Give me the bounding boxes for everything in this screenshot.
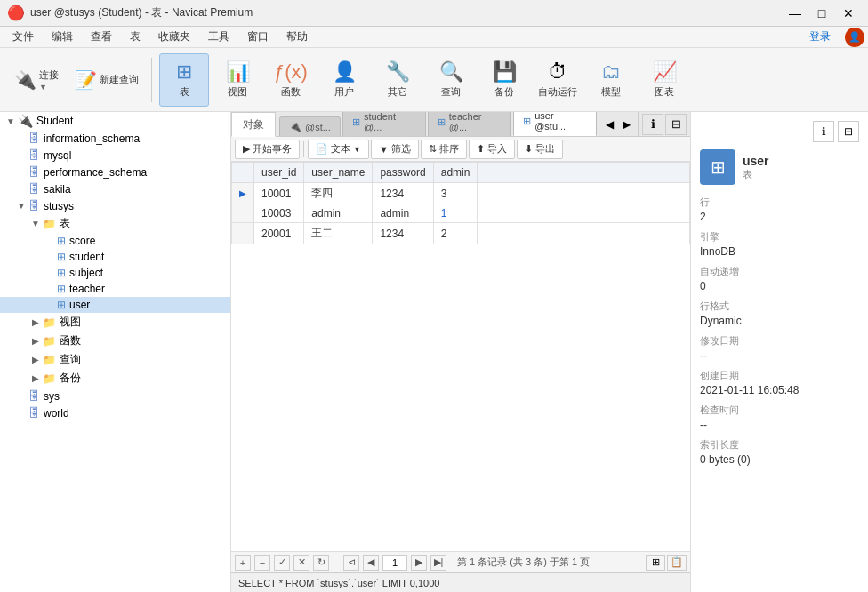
menu-window[interactable]: 窗口 <box>238 28 277 46</box>
function-tool-button[interactable]: ƒ(x) 函数 <box>266 53 316 107</box>
col-admin[interactable]: admin <box>433 163 478 183</box>
cell-password[interactable]: 1234 <box>373 183 433 204</box>
rows-label: 行 <box>700 196 859 209</box>
close-button[interactable]: ✕ <box>836 4 861 23</box>
sidebar-item-sys[interactable]: 🗄 sys <box>0 388 230 404</box>
refresh-button[interactable]: ↻ <box>313 555 329 571</box>
right-panel-info-btn[interactable]: ℹ <box>813 121 834 142</box>
cell-user-name[interactable]: 王二 <box>304 223 373 244</box>
sidebar-item-student[interactable]: ⊞ student <box>0 249 230 265</box>
sidebar-item-performance-schema[interactable]: 🗄 performance_schema <box>0 164 230 180</box>
cell-admin[interactable]: 1 <box>433 204 478 223</box>
add-row-button[interactable]: + <box>235 555 251 571</box>
page-next-button[interactable]: ▶ <box>411 555 427 571</box>
query-tool-button[interactable]: 🔍 查询 <box>426 53 476 107</box>
export-button[interactable]: ⬇ 导出 <box>517 140 563 159</box>
menu-edit[interactable]: 编辑 <box>43 28 82 46</box>
sidebar-item-stusys[interactable]: ▼ 🗄 stusys <box>0 197 230 214</box>
tab-st[interactable]: 🔌 @st... <box>279 116 341 136</box>
menu-tools[interactable]: 工具 <box>199 28 238 46</box>
sidebar-item-functions-folder[interactable]: ▶ 📁 函数 <box>0 332 230 350</box>
text-button[interactable]: 📄 文本 ▼ <box>308 140 369 159</box>
objects-tab[interactable]: 对象 <box>231 112 276 137</box>
begin-transaction-button[interactable]: ▶ 开始事务 <box>235 140 300 159</box>
cancel-button[interactable]: ✕ <box>293 555 309 571</box>
cell-user-name[interactable]: 李四 <box>304 183 373 204</box>
page-last-button[interactable]: ▶| <box>430 555 446 571</box>
cell-user-id[interactable]: 10001 <box>254 183 304 204</box>
other-tool-button[interactable]: 🔧 其它 <box>373 53 422 107</box>
col-user-name[interactable]: user_name <box>304 163 373 183</box>
tab-nav-right[interactable]: ▶ <box>619 116 634 132</box>
sidebar-item-tables-folder[interactable]: ▼ 📁 表 <box>0 214 230 233</box>
backup-tool-button[interactable]: 💾 备份 <box>479 53 529 107</box>
sidebar-item-world[interactable]: 🗄 world <box>0 404 230 421</box>
menu-favorites[interactable]: 收藏夹 <box>149 28 199 46</box>
tab-nav-left[interactable]: ◀ <box>602 116 617 132</box>
index-length-label: 索引长度 <box>700 438 859 452</box>
menu-view[interactable]: 查看 <box>82 28 121 46</box>
row-indicator: ▶ <box>232 183 254 204</box>
form-view-button[interactable]: 📋 <box>667 555 687 571</box>
sidebar-item-information-schema[interactable]: 🗄 information_schema <box>0 130 230 147</box>
sidebar-item-sakila[interactable]: 🗄 sakila <box>0 180 230 197</box>
view-tool-button[interactable]: 📊 视图 <box>213 53 262 107</box>
table-row[interactable]: 20001 王二 1234 2 <box>232 223 690 244</box>
cell-admin[interactable]: 3 <box>433 183 478 204</box>
cell-admin[interactable]: 2 <box>433 223 478 244</box>
autorun-tool-button[interactable]: ⏱ 自动运行 <box>533 53 583 107</box>
maximize-button[interactable]: □ <box>809 4 834 23</box>
db-label: information_schema <box>44 132 140 145</box>
folder-icon: 📁 <box>43 335 56 348</box>
modify-date-value: -- <box>700 349 859 362</box>
sidebar-item-user[interactable]: ⊞ user <box>0 297 230 313</box>
user-tool-button[interactable]: 👤 用户 <box>319 53 369 107</box>
menu-help[interactable]: 帮助 <box>277 28 317 46</box>
sidebar-item-backups-folder[interactable]: ▶ 📁 备份 <box>0 369 230 388</box>
page-first-button[interactable]: ⊲ <box>343 555 359 571</box>
menu-table[interactable]: 表 <box>121 28 149 46</box>
sidebar-item-subject[interactable]: ⊞ subject <box>0 265 230 281</box>
connect-button[interactable]: 🔌 连接 ▼ <box>7 53 64 107</box>
sidebar-item-views-folder[interactable]: ▶ 📁 视图 <box>0 313 230 332</box>
cell-password[interactable]: 1234 <box>373 223 433 244</box>
sql-text: SELECT * FROM `stusys`.`user` LIMIT 0,10… <box>238 578 683 588</box>
table-icon: ⊞ <box>176 60 192 84</box>
table-row[interactable]: 10003 admin admin 1 <box>232 204 690 223</box>
sidebar-item-queries-folder[interactable]: ▶ 📁 查询 <box>0 350 230 369</box>
grid-button[interactable]: ⊟ <box>665 114 687 135</box>
table-row[interactable]: ▶ 10001 李四 1234 3 <box>232 183 690 204</box>
page-prev-button[interactable]: ◀ <box>363 555 379 571</box>
login-button[interactable]: 登录 <box>799 28 841 46</box>
tab-teacher[interactable]: ⊞ teacher @... <box>428 112 511 136</box>
cell-user-name[interactable]: admin <box>304 204 373 223</box>
tab-student[interactable]: ⊞ student @... <box>342 112 426 136</box>
sort-button[interactable]: ⇅ 排序 <box>421 140 467 159</box>
new-query-button[interactable]: 📝 新建查询 <box>68 53 144 107</box>
tab-user[interactable]: ⊞ user @stu... <box>513 112 597 136</box>
menu-file[interactable]: 文件 <box>4 28 43 46</box>
page-number-input[interactable] <box>382 555 407 571</box>
grid-view-button[interactable]: ⊞ <box>646 555 665 571</box>
check-button[interactable]: ✓ <box>274 555 290 571</box>
col-password[interactable]: password <box>373 163 433 183</box>
sidebar-item-teacher[interactable]: ⊞ teacher <box>0 281 230 297</box>
cell-user-id[interactable]: 20001 <box>254 223 304 244</box>
import-button[interactable]: ⬆ 导入 <box>469 140 515 159</box>
view-tool-label: 视图 <box>228 85 247 99</box>
model-tool-button[interactable]: 🗂 模型 <box>586 53 636 107</box>
chart-tool-button[interactable]: 📈 图表 <box>639 53 689 107</box>
cell-password[interactable]: admin <box>373 204 433 223</box>
table-tool-button[interactable]: ⊞ 表 <box>159 53 209 107</box>
cell-user-id[interactable]: 10003 <box>254 204 304 223</box>
sidebar-item-mysql[interactable]: 🗄 mysql <box>0 147 230 164</box>
sidebar-item-student-conn[interactable]: ▼ 🔌 Student <box>0 112 230 130</box>
filter-button[interactable]: ▼ 筛选 <box>371 140 419 159</box>
transaction-icon: ▶ <box>243 143 250 155</box>
right-panel-grid-btn[interactable]: ⊟ <box>838 121 859 142</box>
sidebar-item-score[interactable]: ⊞ score <box>0 233 230 249</box>
col-user-id[interactable]: user_id <box>254 163 304 183</box>
remove-row-button[interactable]: − <box>254 555 270 571</box>
info-button[interactable]: ℹ <box>642 114 663 135</box>
minimize-button[interactable]: — <box>783 4 808 23</box>
